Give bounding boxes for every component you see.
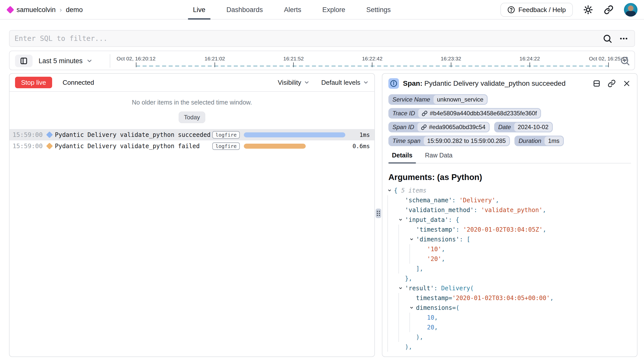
copy-link-icon[interactable] bbox=[607, 79, 616, 88]
code-token: 'schema_name' bbox=[405, 197, 452, 204]
link-icon[interactable] bbox=[422, 111, 427, 116]
tree-line: ], bbox=[387, 264, 637, 274]
nav-tab-explore[interactable]: Explore bbox=[312, 0, 356, 20]
code-token: , bbox=[434, 314, 438, 321]
sidebar-toggle-button[interactable] bbox=[15, 55, 33, 67]
badge-value-text: #eda9065a0bd39c54 bbox=[429, 124, 486, 131]
collapse-chevron-icon[interactable] bbox=[398, 215, 405, 225]
nav-tab-settings[interactable]: Settings bbox=[356, 0, 401, 20]
tree-line: ), bbox=[387, 342, 637, 352]
tree-line: }, bbox=[387, 274, 637, 283]
tree-line: 'result': Delivery( bbox=[387, 283, 637, 293]
indent-guide bbox=[398, 322, 409, 332]
timeline-tick: 16:22:42 bbox=[362, 56, 383, 67]
sql-filter-input[interactable] bbox=[10, 31, 602, 46]
indent-guide bbox=[387, 293, 398, 303]
code-token: 'Delivery' bbox=[459, 197, 496, 204]
span-attribute-badges: Service Nameunknown_serviceTrace ID#b4e5… bbox=[382, 92, 637, 146]
timeline[interactable]: Oct 02, 16:20:1216:21:0216:21:5216:22:42… bbox=[136, 51, 608, 71]
code-token: { bbox=[394, 187, 401, 194]
table-icon[interactable] bbox=[592, 79, 601, 88]
log-row[interactable]: 15:59:00Pydantic Delivery validate_pytho… bbox=[10, 140, 374, 152]
feedback-help-label: Feedback / Help bbox=[518, 6, 566, 14]
visibility-dropdown[interactable]: Visibility bbox=[278, 79, 309, 86]
span-attribute-badge: Duration1ms bbox=[514, 136, 564, 146]
live-feed-toolbar: Stop live Connected Visibility Default l… bbox=[10, 74, 374, 92]
timeline-tick: 16:24:22 bbox=[519, 56, 540, 67]
nav-tab-live[interactable]: Live bbox=[182, 0, 216, 20]
row-duration: 1ms bbox=[348, 132, 370, 138]
duration-bar-track bbox=[244, 144, 345, 149]
default-levels-dropdown[interactable]: Default levels bbox=[321, 79, 369, 86]
code-token: 20 bbox=[427, 324, 434, 331]
link-icon bbox=[422, 111, 427, 116]
nav-tab-dashboards[interactable]: Dashboards bbox=[216, 0, 274, 20]
chevron-spacer bbox=[409, 332, 416, 342]
code-token: 10 bbox=[427, 314, 434, 321]
indent-guide bbox=[387, 313, 398, 322]
code-token: , bbox=[543, 207, 546, 214]
breadcrumb-chevron-icon: › bbox=[60, 6, 62, 14]
panel-resize-handle[interactable] bbox=[376, 209, 381, 218]
row-timestamp: 15:59:00 bbox=[13, 142, 46, 150]
close-icon[interactable] bbox=[622, 79, 631, 88]
tree-line: '20', bbox=[387, 254, 637, 264]
level-diamond-icon bbox=[46, 143, 53, 149]
breadcrumb: samuelcolvin › demo bbox=[8, 0, 83, 20]
log-row[interactable]: 15:59:00Pydantic Delivery validate_pytho… bbox=[10, 129, 374, 140]
badge-row: Trace ID#b4e5809a440dbb3458e68d2335fe360… bbox=[388, 108, 631, 119]
span-detail-panel: Span: Pydantic Delivery validate_python … bbox=[382, 73, 637, 357]
indent-guide bbox=[387, 244, 398, 254]
nav-tab-alerts[interactable]: Alerts bbox=[273, 0, 312, 20]
chevron-down-icon bbox=[398, 218, 403, 222]
badge-label: Span ID bbox=[389, 123, 417, 132]
tree-line: 'input_data': { bbox=[387, 215, 637, 225]
theme-toggle-sun-icon[interactable] bbox=[583, 5, 593, 15]
collapse-chevron-icon[interactable] bbox=[398, 283, 405, 293]
link-icon[interactable] bbox=[421, 124, 427, 130]
badge-value: 15:59:00.282 to 15:59:00.285 bbox=[424, 136, 509, 145]
tick-label: 16:24:22 bbox=[519, 56, 540, 62]
time-range-select[interactable]: Last 5 minutes bbox=[39, 51, 93, 71]
code-token: timestamp= bbox=[416, 295, 452, 302]
code-token: : { bbox=[448, 216, 459, 223]
code-token: 'dimensions' bbox=[416, 236, 459, 243]
row-duration: 0.6ms bbox=[348, 143, 370, 149]
indent-guide bbox=[398, 264, 409, 274]
badge-label: Service Name bbox=[389, 95, 434, 104]
project-name[interactable]: demo bbox=[66, 6, 83, 14]
collapse-chevron-icon[interactable] bbox=[387, 186, 394, 195]
code-token: ( bbox=[456, 304, 459, 311]
collapse-chevron-icon[interactable] bbox=[409, 234, 416, 244]
duration-bar-track bbox=[244, 132, 345, 137]
code-token: , bbox=[495, 197, 499, 204]
badge-value: unknown_service bbox=[434, 95, 487, 104]
chevron-down-icon bbox=[409, 306, 414, 310]
search-icon[interactable] bbox=[602, 34, 612, 44]
code-token: '10' bbox=[427, 246, 442, 253]
chevron-spacer bbox=[398, 342, 405, 352]
zoom-in-icon[interactable] bbox=[619, 55, 630, 66]
stop-live-button[interactable]: Stop live bbox=[15, 77, 52, 88]
user-avatar[interactable] bbox=[624, 3, 637, 17]
span-title: Span: Pydantic Delivery validate_python … bbox=[403, 79, 566, 87]
span-attribute-badge: Service Nameunknown_service bbox=[388, 94, 488, 105]
duration-bar bbox=[244, 132, 345, 137]
more-options-icon[interactable] bbox=[619, 34, 628, 43]
org-name[interactable]: samuelcolvin bbox=[17, 6, 56, 14]
tree-line: 'validation_method': 'validate_python', bbox=[387, 205, 637, 215]
chevron-spacer bbox=[420, 313, 427, 322]
span-attribute-badge: Span ID#eda9065a0bd39c54 bbox=[388, 122, 490, 132]
share-link-icon[interactable] bbox=[603, 5, 614, 15]
chevron-down-icon bbox=[304, 79, 310, 85]
code-token: , bbox=[550, 295, 554, 302]
tick-mark bbox=[214, 62, 215, 67]
indent-guide bbox=[387, 264, 398, 274]
span-detail-header: Span: Pydantic Delivery validate_python … bbox=[382, 74, 637, 92]
feedback-help-button[interactable]: Feedback / Help bbox=[500, 3, 573, 17]
tab-details[interactable]: Details bbox=[388, 152, 416, 163]
tab-raw-data[interactable]: Raw Data bbox=[421, 152, 456, 163]
header-actions: Feedback / Help bbox=[500, 0, 637, 20]
tick-mark bbox=[529, 62, 530, 67]
collapse-chevron-icon[interactable] bbox=[409, 303, 416, 313]
